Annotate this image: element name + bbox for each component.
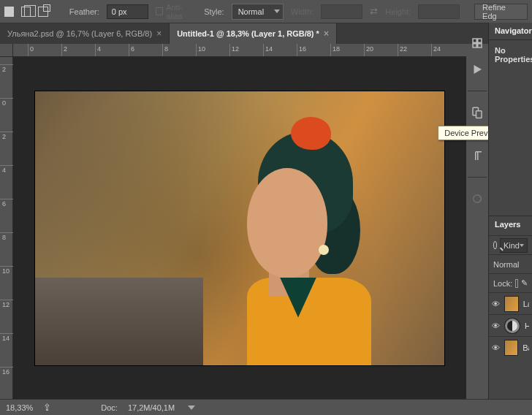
new-selection-icon[interactable] [4,7,14,17]
visibility-icon[interactable]: 👁 [492,343,500,352]
history-panel-icon[interactable] [469,35,485,51]
layers-tab[interactable]: Layers [489,216,526,235]
layer-name[interactable]: La [523,300,529,308]
style-label: Style: [204,7,224,16]
layer-row[interactable]: 👁H [489,314,532,336]
right-panels: Navigator His No Properties Layers Chann… [488,23,532,415]
style-select[interactable]: Normal [232,4,284,20]
no-properties-text: No Properties [489,40,532,69]
channels-tab[interactable]: Channe [526,216,532,235]
layer-name[interactable]: H [525,321,529,330]
layer-row[interactable]: 👁Ba [489,336,532,358]
layer-name[interactable]: Ba [522,343,529,352]
layer-lock-row: Lock: ✎ [489,273,532,292]
ruler-corner[interactable] [0,44,13,57]
ruler-horizontal[interactable]: 024681012141618202224 [13,44,466,57]
device-preview-icon[interactable] [469,104,485,121]
layer-thumbnail[interactable] [504,296,519,312]
chevron-down-icon [520,244,524,247]
navigator-tab[interactable]: Navigator [489,23,532,39]
layer-thumbnail[interactable] [504,340,518,356]
layer-filter-row: Kind [489,235,532,254]
swap-icon: ⇄ [370,6,378,17]
document-tabs: Ульяна2.psd @ 16,7% (Layer 6, RGB/8) × U… [0,23,532,44]
libraries-icon[interactable] [469,191,485,207]
height-label: Height: [385,7,411,16]
layer-kind-select[interactable]: Kind [500,238,528,253]
chevron-down-icon[interactable] [188,406,195,410]
canvas[interactable] [35,91,444,365]
width-input [321,4,362,19]
add-selection-icon[interactable] [21,7,31,17]
doc-size: 17,2M/40,1M [128,403,175,412]
chevron-down-icon [274,9,280,13]
close-icon[interactable]: × [324,28,329,39]
antialias-checkbox: Anti-alias [156,3,197,20]
canvas-image [196,113,386,365]
panel-icons-column [466,29,488,207]
visibility-icon[interactable]: 👁 [492,321,500,330]
canvas-workspace: 024681012141618202224 20246810121416 [0,44,466,399]
lock-transparency-icon[interactable] [515,279,518,288]
status-bar: 18,33% ⇪ Doc: 17,2M/40,1M [0,399,532,415]
layer-thumbnail[interactable] [504,318,520,334]
subtract-selection-icon[interactable] [38,7,48,17]
layer-row[interactable]: 👁La [489,292,532,314]
layers-panel: Layers Channe Kind Normal Lock: ✎ 👁La👁H👁… [489,216,532,358]
height-input [418,4,460,19]
feather-input[interactable]: 0 px [107,4,148,19]
options-bar: Feather: 0 px Anti-alias Style: Normal W… [0,0,532,23]
lock-brush-icon[interactable]: ✎ [521,278,528,288]
ruler-vertical[interactable]: 20246810121416 [0,57,13,399]
tab-document-1[interactable]: Ульяна2.psd @ 16,7% (Layer 6, RGB/8) × [0,23,170,44]
refine-edge-button[interactable]: Refine Edg [474,4,528,20]
share-icon[interactable]: ⇪ [43,402,51,413]
width-label: Width: [291,7,314,16]
svg-rect-1 [476,111,482,118]
visibility-icon[interactable]: 👁 [492,300,500,308]
tab-document-2[interactable]: Untitled-1 @ 18,3% (Layer 1, RGB/8) * × [170,23,337,44]
actions-play-icon[interactable] [469,61,485,77]
canvas-area[interactable] [13,57,466,399]
search-icon [493,241,497,249]
doc-label: Doc: [101,403,118,412]
blend-mode-select[interactable]: Normal [493,260,528,269]
paragraph-panel-icon[interactable] [469,148,485,164]
feather-label: Feather: [69,7,99,16]
close-icon[interactable]: × [156,28,162,39]
zoom-value[interactable]: 18,33% [6,403,33,412]
